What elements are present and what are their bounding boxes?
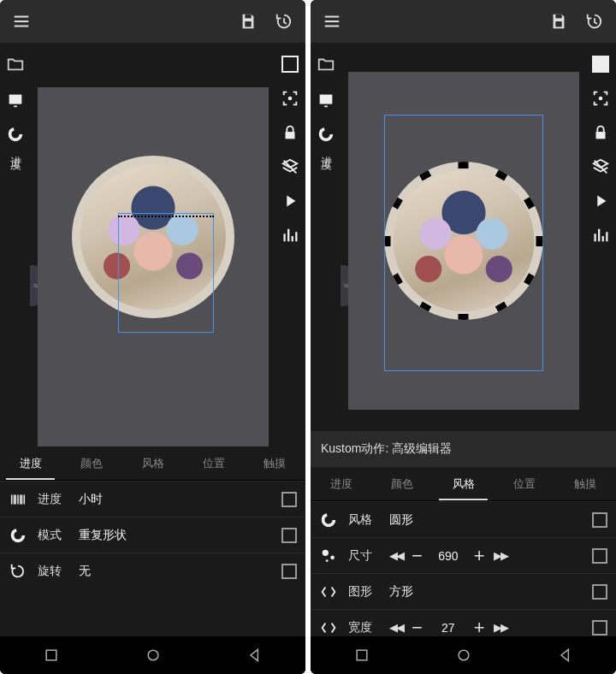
editor-pane-left: 进度 ≈ [0, 0, 305, 674]
history-button[interactable] [273, 10, 295, 33]
layers-off-icon [281, 157, 299, 176]
canvas[interactable] [348, 72, 579, 410]
folder-icon [6, 55, 25, 74]
checkbox[interactable] [592, 620, 607, 636]
tab-position[interactable]: 位置 [494, 467, 554, 500]
save-icon [239, 12, 258, 31]
play-icon [591, 192, 610, 210]
display-icon [317, 91, 335, 109]
display-icon [6, 91, 25, 109]
plus-button[interactable]: + [474, 618, 485, 637]
prop-value: 圆形 [384, 512, 592, 528]
selection-box[interactable] [118, 213, 214, 333]
prop-row-progress[interactable]: 进度 小时 [0, 481, 305, 517]
checkbox[interactable] [592, 584, 607, 600]
prop-value: 方形 [384, 584, 592, 600]
focus-button[interactable] [589, 87, 612, 109]
history-icon [275, 12, 293, 31]
nav-recent-icon[interactable] [353, 647, 370, 664]
svg-rect-0 [245, 15, 251, 19]
tab-color[interactable]: 颜色 [61, 446, 121, 480]
layers-off-button[interactable] [279, 156, 301, 178]
left-rail: 进度 [311, 43, 341, 431]
menu-button[interactable] [10, 10, 33, 33]
nav-back-icon[interactable] [557, 647, 574, 664]
history-icon [585, 12, 604, 31]
prop-value: 小时 [74, 492, 281, 507]
checkbox[interactable] [592, 512, 607, 528]
prop-row-rotate[interactable]: 旋转 无 [0, 553, 305, 588]
prop-row-size[interactable]: 尺寸 ◀◀ − 690 + ▶▶ [311, 537, 616, 573]
folder-button[interactable] [315, 53, 337, 75]
workspace: 进度 ≈ [0, 43, 305, 446]
save-button[interactable] [548, 10, 570, 33]
ring-icon [9, 526, 27, 545]
save-icon [549, 12, 568, 31]
lock-button[interactable] [589, 121, 612, 144]
history-button[interactable] [583, 10, 606, 33]
checkbox[interactable] [281, 492, 297, 507]
plus-button[interactable]: + [474, 547, 485, 565]
tabs: 进度 颜色 风格 位置 触摸 [0, 446, 305, 481]
tab-style[interactable]: 风格 [433, 467, 494, 500]
tab-touch[interactable]: 触摸 [555, 467, 616, 500]
rail-progress-button[interactable]: 进度 [315, 125, 337, 151]
tab-color[interactable]: 颜色 [371, 467, 432, 500]
stats-button[interactable] [279, 224, 301, 246]
svg-point-15 [323, 514, 335, 525]
svg-rect-10 [555, 21, 561, 27]
tab-position[interactable]: 位置 [183, 446, 244, 480]
forward-button[interactable]: ▶▶ [494, 621, 507, 634]
lock-button[interactable] [279, 121, 301, 144]
tab-progress[interactable]: 进度 [311, 467, 371, 500]
bar-chart-icon [591, 226, 610, 245]
workspace: 进度 ≈ [311, 43, 616, 431]
forward-button[interactable]: ▶▶ [494, 549, 507, 562]
stats-button[interactable] [589, 224, 612, 246]
prop-label: 旋转 [38, 564, 74, 579]
rewind-button[interactable]: ◀◀ [389, 621, 403, 634]
prop-row-width[interactable]: 宽度 ◀◀ − 27 + ▶▶ [311, 609, 616, 636]
rewind-button[interactable]: ◀◀ [389, 549, 403, 562]
fill-white-button[interactable] [589, 53, 612, 75]
focus-button[interactable] [279, 87, 301, 109]
svg-rect-5 [286, 132, 295, 139]
display-button[interactable] [4, 89, 27, 111]
svg-point-12 [321, 129, 332, 140]
display-button[interactable] [315, 89, 337, 111]
layers-off-button[interactable] [589, 156, 612, 178]
rail-progress-label: 进度 [8, 147, 23, 151]
fill-white-button[interactable] [279, 53, 301, 75]
tab-style[interactable]: 风格 [122, 446, 183, 480]
canvas[interactable] [38, 87, 269, 446]
lock-icon [591, 123, 610, 142]
minus-button[interactable]: − [412, 618, 423, 637]
prop-row-style[interactable]: 风格 圆形 [311, 501, 616, 537]
checkbox[interactable] [592, 548, 607, 564]
rail-progress-button[interactable]: 进度 [4, 125, 27, 151]
bar-chart-icon [281, 226, 299, 245]
tab-touch[interactable]: 触摸 [245, 446, 305, 480]
menu-button[interactable] [321, 10, 343, 33]
tab-progress[interactable]: 进度 [0, 446, 61, 480]
checkbox[interactable] [281, 564, 297, 579]
folder-button[interactable] [4, 53, 27, 75]
save-button[interactable] [237, 10, 259, 33]
prop-row-shape[interactable]: 图形 方形 [311, 573, 616, 609]
nav-recent-icon[interactable] [43, 647, 60, 664]
play-button[interactable] [589, 190, 612, 212]
nav-home-icon[interactable] [455, 647, 472, 664]
svg-point-6 [13, 529, 24, 541]
dots-icon [319, 547, 338, 565]
tick-ring [384, 162, 542, 320]
play-button[interactable] [279, 190, 301, 212]
svg-point-20 [459, 650, 469, 660]
checkbox[interactable] [281, 528, 297, 543]
context-title-bar: Kustom动作: 高级编辑器 [311, 431, 616, 467]
minus-button[interactable]: − [412, 547, 423, 565]
editor-pane-right: 进度 ≈ [311, 0, 616, 674]
prop-row-mode[interactable]: 模式 重复形状 [0, 517, 305, 553]
nav-home-icon[interactable] [145, 647, 162, 664]
nav-back-icon[interactable] [246, 647, 264, 664]
stepper-value: 690 [431, 549, 465, 563]
